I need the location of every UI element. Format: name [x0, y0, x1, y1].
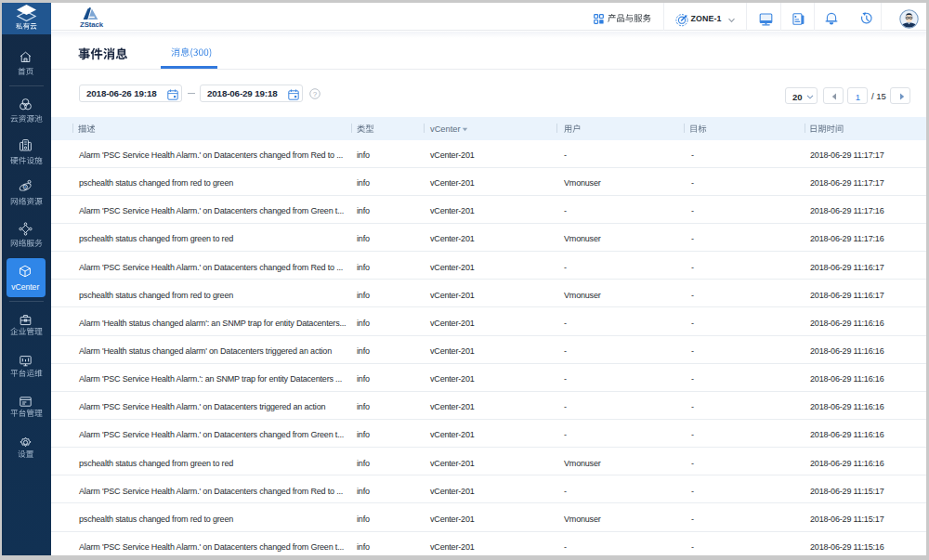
svg-text:?: ? [313, 90, 318, 98]
